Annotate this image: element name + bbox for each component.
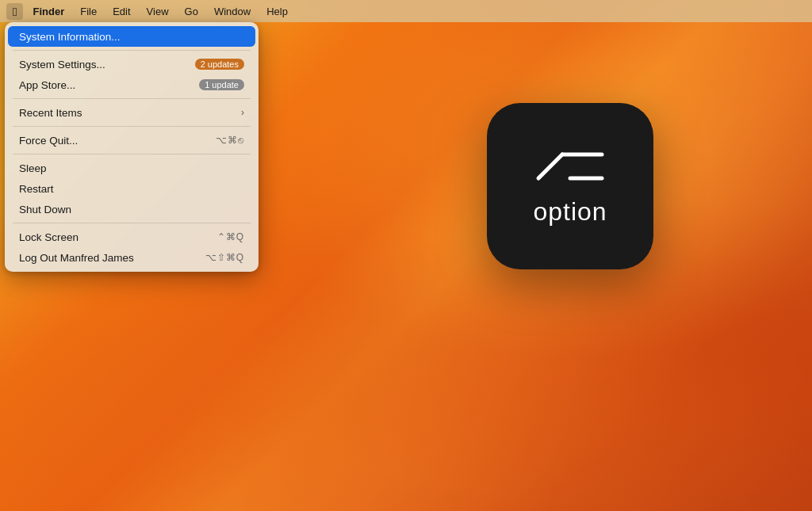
menu-item-recent-items[interactable]: Recent Items › [8,102,255,123]
menu-item-label: System Settings... [19,59,105,71]
log-out-shortcut: ⌥⇧⌘Q [205,252,244,263]
menubar-view[interactable]: View [140,4,175,19]
separator-2 [13,98,251,99]
menu-item-force-quit[interactable]: Force Quit... ⌥⌘⎋ [8,130,255,151]
apple-menu-button[interactable]:  [6,3,23,20]
force-quit-shortcut: ⌥⌘⎋ [216,135,244,146]
menu-item-shut-down[interactable]: Shut Down [8,199,255,219]
separator-3 [13,126,251,127]
option-key-symbol-icon [534,147,606,186]
menu-item-label: Lock Screen [19,231,79,243]
menubar:  Finder File Edit View Go Window Help [0,0,812,22]
menu-item-label: Sleep [19,162,47,174]
menubar-go[interactable]: Go [178,4,205,19]
menubar-edit[interactable]: Edit [106,4,136,19]
menubar-window[interactable]: Window [208,4,257,19]
lock-screen-shortcut: ⌃⌘Q [217,231,244,242]
chevron-right-icon: › [241,107,244,118]
menu-item-label: App Store... [19,79,75,91]
system-settings-badge: 2 updates [195,59,244,70]
menu-item-label: Log Out Manfred James [19,252,134,264]
menubar-file[interactable]: File [74,4,103,19]
menu-item-label: System Information... [19,31,121,43]
menu-item-sleep[interactable]: Sleep [8,158,255,178]
svg-line-0 [538,154,562,178]
separator-4 [13,154,251,154]
menu-item-label: Recent Items [19,107,82,119]
menu-item-label: Restart [19,183,54,195]
menu-item-system-information[interactable]: System Information... [8,26,255,47]
menu-item-label: Force Quit... [19,135,78,147]
menubar-help[interactable]: Help [260,4,294,19]
menu-item-system-settings[interactable]: System Settings... 2 updates [8,54,255,74]
menu-item-lock-screen[interactable]: Lock Screen ⌃⌘Q [8,227,255,247]
menu-item-restart[interactable]: Restart [8,178,255,199]
menu-item-log-out[interactable]: Log Out Manfred James ⌥⇧⌘Q [8,247,255,268]
menu-item-app-store[interactable]: App Store... 1 update [8,74,255,95]
menu-item-label: Shut Down [19,204,71,215]
separator-5 [13,223,251,223]
option-app-icon[interactable]: option [487,103,653,269]
option-app-label: option [533,197,607,227]
separator-1 [13,50,251,51]
apple-dropdown-menu: System Information... System Settings...… [5,22,259,272]
menubar-finder[interactable]: Finder [26,4,71,19]
app-store-badge: 1 update [199,79,244,90]
